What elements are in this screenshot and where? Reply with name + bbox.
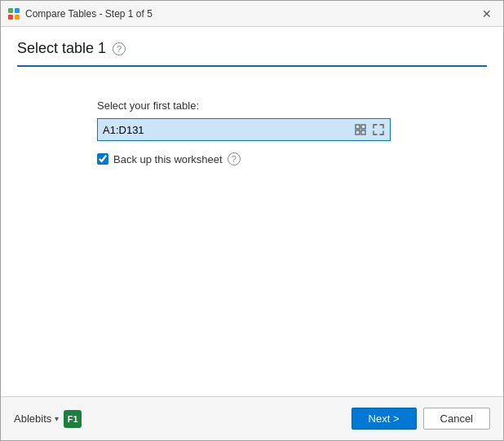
- range-input-wrapper: [97, 118, 391, 141]
- page-title: Select table 1 ?: [17, 40, 487, 57]
- expand-icon[interactable]: [370, 121, 387, 138]
- collapse-icon[interactable]: [352, 121, 369, 138]
- svg-rect-6: [356, 130, 360, 135]
- titlebar-left: Compare Tables - Step 1 of 5: [7, 7, 153, 20]
- dialog-body: Select your first table:: [1, 67, 503, 396]
- dialog-footer: Ablebits ▾ F1 Next > Cancel: [1, 396, 503, 440]
- form-section: Select your first table:: [97, 99, 407, 165]
- title-text: Select table 1: [17, 40, 106, 57]
- svg-rect-7: [361, 130, 365, 135]
- f1-help-button[interactable]: F1: [64, 410, 82, 428]
- window-title: Compare Tables - Step 1 of 5: [25, 8, 153, 20]
- range-input[interactable]: [98, 124, 352, 136]
- ablebits-chevron-icon: ▾: [55, 414, 59, 423]
- svg-rect-2: [8, 15, 13, 20]
- dialog-content: Select table 1 ? Select your first table…: [1, 27, 503, 440]
- footer-right: Next > Cancel: [351, 408, 490, 430]
- next-button[interactable]: Next >: [351, 408, 417, 430]
- svg-rect-5: [361, 125, 365, 129]
- backup-checkbox[interactable]: [97, 153, 108, 165]
- close-button[interactable]: ✕: [477, 4, 497, 24]
- app-icon: [7, 7, 20, 20]
- svg-rect-0: [8, 8, 13, 13]
- header-help-icon[interactable]: ?: [113, 42, 126, 55]
- ablebits-text: Ablebits: [14, 412, 51, 425]
- footer-left: Ablebits ▾ F1: [14, 410, 82, 428]
- backup-row: Back up this worksheet ?: [97, 152, 407, 165]
- dialog-header: Select table 1 ?: [1, 27, 503, 67]
- svg-rect-1: [15, 8, 20, 13]
- svg-rect-4: [356, 125, 360, 129]
- table-select-label: Select your first table:: [97, 99, 407, 112]
- backup-help-icon[interactable]: ?: [228, 152, 241, 165]
- cancel-button[interactable]: Cancel: [423, 408, 490, 430]
- backup-label: Back up this worksheet: [113, 153, 223, 165]
- input-icons: [352, 121, 390, 138]
- ablebits-menu[interactable]: Ablebits ▾: [14, 412, 59, 425]
- svg-rect-3: [15, 15, 20, 20]
- titlebar: Compare Tables - Step 1 of 5 ✕: [1, 1, 503, 27]
- main-window: Compare Tables - Step 1 of 5 ✕ Select ta…: [0, 0, 504, 441]
